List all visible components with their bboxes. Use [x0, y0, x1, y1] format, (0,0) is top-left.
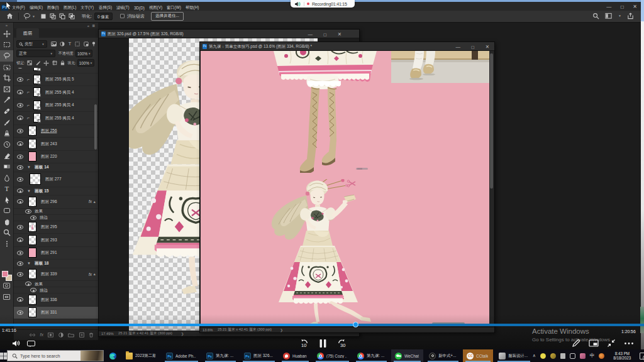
type-tool[interactable]: T [0, 183, 13, 194]
layer-row[interactable]: ⌐图层 255 拷贝 4 [14, 86, 98, 99]
lock-pixels-icon[interactable] [35, 60, 40, 65]
taskbar-item-11[interactable]: 服装设计... [495, 349, 533, 362]
menu-item-0[interactable]: 文件(F) [12, 5, 25, 11]
visibility-eye-icon[interactable] [17, 225, 23, 229]
screen-mode-icon[interactable] [3, 294, 10, 300]
healing-brush-tool[interactable] [0, 106, 13, 117]
layer-name[interactable]: 图层 277 [45, 176, 61, 182]
crop-tool[interactable] [0, 72, 13, 84]
menu-item-10[interactable]: 帮助(H) [186, 5, 199, 11]
artboard-row[interactable]: ▼画板 15 [14, 187, 98, 196]
layer-name[interactable]: 图层 296 [41, 199, 57, 205]
lock-artboard-icon[interactable] [52, 60, 57, 65]
layer-name[interactable]: 图层 243 [41, 141, 57, 147]
toolbar-collapse-icon[interactable]: » [0, 23, 13, 28]
opacity-value[interactable]: 100%▼ [75, 50, 92, 57]
lasso-tool-icon[interactable] [23, 13, 31, 20]
app-maximize-button[interactable]: ▢ [620, 4, 624, 9]
layer-thumbnail[interactable] [33, 113, 41, 123]
gradient-tool[interactable] [0, 161, 13, 172]
visibility-eye-icon[interactable] [17, 238, 23, 242]
effect-row[interactable]: 描边 [14, 215, 98, 221]
layer-thumbnail[interactable] [28, 248, 36, 258]
layer-row[interactable]: 图层 291 [14, 247, 98, 260]
app-minimize-button[interactable]: — [606, 4, 611, 9]
taskbar-item-5[interactable]: Huaban [279, 349, 311, 362]
effect-row[interactable]: 效果 [14, 281, 98, 287]
search-icon[interactable] [592, 13, 599, 19]
doc-front-vertical-scroll-thumb[interactable] [490, 53, 493, 189]
layer-row[interactable]: 图层 243 [14, 138, 98, 151]
layer-thumbnail[interactable] [28, 151, 36, 162]
clone-stamp-tool[interactable] [0, 128, 13, 139]
marquee-tool[interactable] [0, 40, 13, 51]
selection-new-icon[interactable] [40, 13, 47, 19]
taskbar-item-0[interactable] [106, 349, 120, 362]
tray-icon-2[interactable] [550, 353, 556, 359]
layer-thumbnail[interactable] [28, 295, 36, 305]
pip-icon[interactable] [589, 339, 599, 347]
tray-icon-4[interactable] [570, 353, 575, 359]
layer-thumbnail[interactable] [28, 235, 36, 245]
pause-button[interactable] [319, 339, 327, 348]
filter-pin-icon[interactable] [92, 41, 96, 47]
panel-menu-icon[interactable]: ≣ [92, 23, 95, 28]
layer-row[interactable]: 图层 295 [14, 221, 98, 234]
workspace-icon[interactable] [605, 13, 613, 19]
layer-row[interactable]: 图层 339fx▲ [14, 268, 98, 282]
exit-fullscreen-icon[interactable] [607, 339, 616, 348]
taskbar-item-9[interactable]: 新中式+... [425, 349, 461, 362]
taskbar-item-1[interactable]: 2023第二期 [122, 349, 160, 362]
layer-row[interactable]: 图层 336 [14, 293, 98, 307]
fx-badge[interactable]: fx [89, 199, 92, 204]
menu-item-4[interactable]: 文字(Y) [80, 5, 94, 11]
visibility-eye-icon[interactable] [17, 90, 23, 94]
direct-selection-tool[interactable] [0, 194, 13, 206]
visibility-eye-icon[interactable] [17, 155, 23, 159]
layer-thumbnail[interactable] [28, 139, 36, 149]
fx-collapse-icon[interactable]: ▲ [93, 272, 96, 276]
layer-name[interactable]: 图层 255 拷贝 4 [45, 102, 74, 109]
layers-scrollbar[interactable] [94, 104, 97, 150]
lock-position-icon[interactable] [43, 60, 49, 66]
chevron-down-icon[interactable]: ▼ [27, 165, 31, 169]
antialias-checkbox[interactable] [120, 14, 125, 18]
menu-item-6[interactable]: 滤镜(T) [116, 5, 130, 11]
layer-row[interactable]: 图层 256 [14, 125, 98, 138]
layer-thumbnail[interactable] [28, 126, 36, 136]
quick-mask-icon[interactable] [3, 283, 10, 288]
visibility-eye-icon[interactable] [25, 282, 31, 286]
effect-row[interactable]: 效果 [14, 209, 98, 215]
effect-row[interactable]: 描边 [14, 287, 98, 293]
layer-row[interactable]: 图层 293 [14, 234, 98, 247]
doc-maximize-button[interactable]: ▢ [471, 45, 475, 49]
visibility-eye-icon[interactable] [17, 77, 23, 82]
edit-toolbar[interactable] [0, 238, 13, 250]
chevron-down-icon[interactable]: ▼ [27, 189, 31, 193]
eraser-tool[interactable] [0, 150, 13, 162]
ime-indicator[interactable]: 中 [590, 353, 595, 359]
visibility-eye-icon[interactable] [17, 189, 23, 193]
layer-thumbnail[interactable] [33, 68, 41, 71]
selection-subtract-icon[interactable] [59, 13, 65, 19]
filter-smartobject-icon[interactable] [84, 41, 89, 47]
filter-type-text-icon[interactable]: T [69, 41, 72, 47]
visibility-eye-icon[interactable] [17, 68, 23, 69]
tray-icon-5[interactable] [580, 353, 586, 359]
start-button[interactable] [0, 349, 7, 362]
doc-front-title-bar[interactable]: 第九课：简单立体技巧.psd @ 13.6% (图层 334, RGB/8) *… [200, 42, 494, 51]
history-brush-tool[interactable] [0, 139, 13, 150]
layer-name[interactable]: 图层 336 [41, 297, 57, 303]
menu-item-9[interactable]: 窗口(W) [167, 5, 181, 11]
fx-collapse-icon[interactable]: ▲ [93, 200, 96, 204]
visibility-eye-icon[interactable] [17, 199, 23, 204]
fx-badge[interactable]: fx [89, 272, 92, 277]
layer-name[interactable]: 图层 291 [41, 250, 57, 256]
home-icon[interactable] [6, 13, 13, 19]
video-progress-handle[interactable] [353, 322, 358, 327]
tray-icon-3[interactable] [560, 353, 565, 359]
layer-thumbnail[interactable] [30, 173, 41, 185]
tray-clock[interactable]: 8:43 PM 8/18/2023 [609, 351, 635, 361]
visibility-eye-icon[interactable] [17, 129, 23, 133]
layer-row[interactable]: 图层 277 [14, 172, 98, 187]
